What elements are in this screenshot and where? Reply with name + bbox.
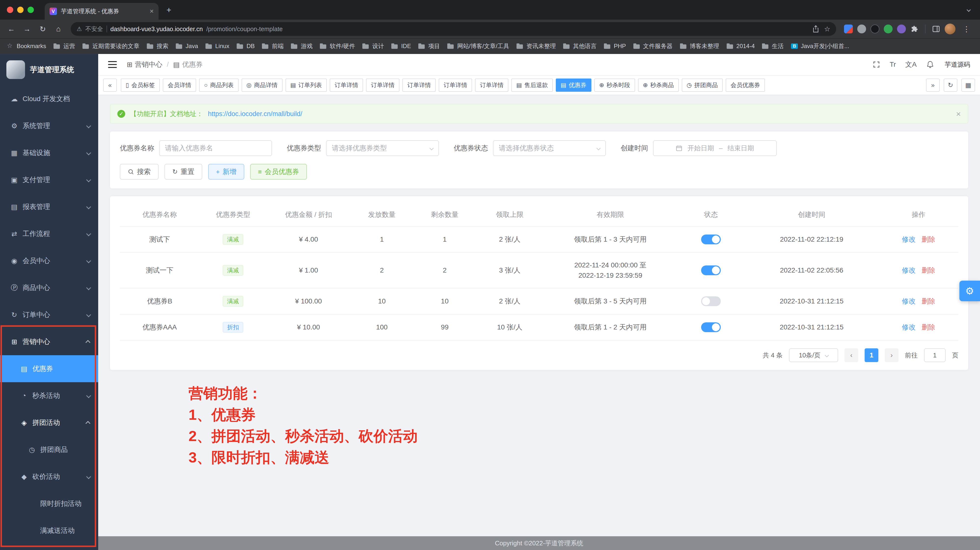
tags-scroll-left-button[interactable]: « [103,79,117,92]
sidebar-item[interactable]: 订单中心 [0,301,98,328]
edit-link[interactable]: 修改 [902,297,916,305]
notification-bell-icon[interactable] [926,60,934,69]
tags-layout-button[interactable]: ▦ [961,79,975,92]
side-panel-icon[interactable] [932,25,940,33]
extension-icon-5[interactable] [897,25,906,33]
address-bar[interactable]: ⚠ 不安全 dashboard-vue3.yudao.iocoder.cn /p… [71,22,836,36]
status-toggle[interactable] [701,296,721,306]
member-coupon-button[interactable]: ≡ 会员优惠券 [250,164,307,179]
sidebar-item[interactable]: 会员中心 [0,247,98,274]
language-icon[interactable]: 文A [905,60,917,69]
back-button[interactable]: ← [4,22,19,36]
tags-view-tab[interactable]: 商品详情 [242,79,283,92]
hamburger-menu-icon[interactable] [108,61,117,68]
bookmark-star-icon[interactable]: ☆ [824,25,830,33]
fullscreen-icon[interactable] [872,60,880,68]
sidebar-item[interactable]: 系统管理 [0,113,98,139]
reload-button[interactable]: ↻ [35,22,50,36]
banner-close-icon[interactable]: × [956,109,961,119]
tags-view-tab[interactable]: 订单列表 [285,79,327,92]
sidebar-item[interactable]: 支付管理 [0,166,98,193]
delete-link[interactable]: 删除 [921,236,935,243]
page-size-select[interactable]: 10条/页 [789,348,838,362]
sidebar-item[interactable]: 商品中心 [0,274,98,301]
browser-menu-icon[interactable]: ⋮ [960,25,973,33]
extension-icon-4[interactable] [884,25,892,33]
bookmark-item[interactable]: 其他语言 [563,42,597,50]
reset-button[interactable]: ↻ 重置 [164,164,202,179]
tags-view-tab[interactable]: 秒杀时段 [594,79,635,92]
bookmark-item[interactable]: Java [176,43,198,49]
sidebar-item[interactable]: 报表管理 [0,193,98,220]
sidebar-item[interactable]: 工作流程 [0,220,98,247]
sidebar-item[interactable]: 拼团活动 [0,409,98,436]
bookmark-item[interactable]: 前端 [262,42,283,50]
window-zoom-button[interactable] [27,6,34,13]
coupon-status-select[interactable]: 请选择优惠券状态 [493,140,606,156]
sidebar-item[interactable]: Cloud 开发文档 [0,86,98,113]
prev-page-button[interactable]: ‹ [845,348,858,362]
browser-profile-avatar[interactable] [945,24,955,34]
home-button[interactable]: ⌂ [51,22,66,36]
bookmark-item[interactable]: 博客未整理 [680,42,719,50]
status-toggle[interactable] [701,235,721,244]
bookmark-item[interactable]: Linux [205,43,229,49]
forward-button[interactable]: → [20,22,34,36]
logo-row[interactable]: 芋道管理系统 [0,54,98,86]
tags-view-tab[interactable]: 会员标签 [121,79,160,92]
tab-close-icon[interactable]: × [150,7,154,15]
tags-view-tab[interactable]: 订单详情 [439,79,472,92]
bookmark-item[interactable]: 生活 [762,42,784,50]
tags-view-tab[interactable]: 会员详情 [163,79,196,92]
delete-link[interactable]: 删除 [921,323,935,331]
coupon-name-input[interactable] [159,140,272,156]
bookmark-item[interactable]: 软件/硬件 [320,42,355,50]
edit-link[interactable]: 修改 [902,323,916,331]
extension-icon-1[interactable] [844,25,853,33]
window-minimize-button[interactable] [17,6,24,13]
bookmark-item[interactable]: DB [237,43,255,49]
bookmark-item[interactable]: 2014-4 [727,43,755,49]
bookmark-item[interactable]: 网站/博客/文章/工具 [447,42,509,50]
sidebar-item[interactable]: 满减送活动 [0,517,98,544]
share-icon[interactable] [812,25,819,33]
bookmark-item[interactable]: 设计 [362,42,384,50]
search-button[interactable]: 搜索 [120,164,159,179]
tags-refresh-button[interactable]: ↻ [943,79,958,92]
window-close-button[interactable] [7,6,13,13]
tags-view-tab[interactable]: 售后退款 [511,79,553,92]
sidebar-item[interactable]: 秒杀活动 [0,382,98,409]
bookmark-item[interactable]: 项目 [418,42,440,50]
sidebar-item[interactable]: 拼团商品 [0,436,98,463]
tags-view-tab[interactable]: 订单详情 [366,79,399,92]
edit-link[interactable]: 修改 [902,266,916,274]
bookmark-item[interactable]: PHP [604,43,626,49]
sidebar-item[interactable]: 基础设施 [0,139,98,166]
status-toggle[interactable] [701,265,721,275]
bookmark-item[interactable]: Bookmarks [7,43,46,49]
current-user-name[interactable]: 芋道源码 [945,60,970,69]
sidebar-item[interactable]: 优惠券 [0,355,98,382]
tags-view-tab[interactable]: 订单详情 [330,79,363,92]
tags-view-tab[interactable]: 会员优惠券 [725,79,765,92]
status-toggle[interactable] [701,322,721,332]
delete-link[interactable]: 删除 [921,266,935,274]
breadcrumb-item[interactable]: 营销中心 [127,60,162,69]
coupon-type-select[interactable]: 请选择优惠券类型 [326,140,439,156]
tags-view-tab[interactable]: 优惠券 [556,79,592,92]
bookmark-item[interactable]: 文件服务器 [633,42,673,50]
bookmark-item[interactable]: Java开发|小组首... [791,42,849,50]
delete-link[interactable]: 删除 [921,297,935,305]
bookmark-item[interactable]: 搜索 [147,42,169,50]
tags-view-tab[interactable]: 订单详情 [475,79,508,92]
doc-link[interactable]: https://doc.iocoder.cn/mall/build/ [208,110,302,118]
extensions-puzzle-icon[interactable] [910,25,919,33]
next-page-button[interactable]: › [885,348,899,362]
settings-gear-button[interactable]: ⚙ [959,281,980,301]
tags-scroll-right-button[interactable]: » [926,79,940,92]
date-range-picker[interactable]: 开始日期 – 结束日期 [653,140,777,156]
tags-view-tab[interactable]: 秒杀商品 [638,79,679,92]
bookmark-item[interactable]: 游戏 [291,42,312,50]
sidebar-item[interactable]: 砍价活动 [0,463,98,490]
sidebar-item[interactable]: 限时折扣活动 [0,490,98,517]
